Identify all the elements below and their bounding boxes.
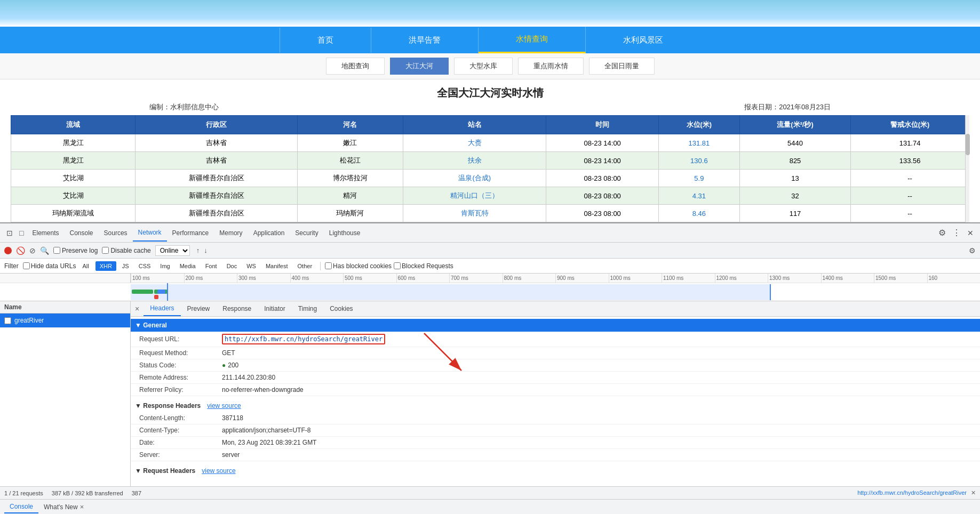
hide-data-urls-checkbox[interactable] [23,262,30,269]
cell: 08-23 08:00 [546,205,658,222]
has-blocked-label[interactable]: Has blocked cookies [325,262,392,270]
col-header-level: 水位(米) [658,116,739,134]
filter-media[interactable]: Media [176,262,200,270]
record-button[interactable] [4,247,12,254]
content-title: 全国大江大河实时水情 [0,79,980,102]
col-header-time: 时间 [546,116,658,134]
more-icon[interactable]: ⋮ [949,226,964,240]
download-icon[interactable]: ↓ [204,246,208,254]
search-icon[interactable]: 🔍 [40,246,49,255]
details-tab-preview[interactable]: Preview [181,302,217,316]
nav-item-scenic[interactable]: 水利风景区 [586,28,700,53]
filter-font[interactable]: Font [202,262,221,270]
cell-station-link[interactable]: 大赉 [403,134,546,152]
inspect-icon[interactable]: ⊡ [3,227,16,239]
view-source-link-1[interactable]: view source [207,402,241,409]
bottom-tab-console[interactable]: Console [4,501,38,513]
throttling-select[interactable]: Online [155,245,190,256]
cell-station-link[interactable]: 扶余 [403,152,546,170]
view-source-link-2[interactable]: view source [202,467,235,475]
col-header-flow: 流量(米³/秒) [739,116,850,134]
tab-memory[interactable]: Memory [214,225,248,241]
cell: -- [851,187,969,205]
preserve-log-label[interactable]: Preserve log [53,247,98,254]
filter-ws[interactable]: WS [243,262,260,270]
filter-xhr[interactable]: XHR [95,261,116,271]
hide-data-urls-label[interactable]: Hide data URLs [23,262,76,270]
request-method-label: Request Method: [139,349,222,357]
preserve-log-checkbox[interactable] [53,247,60,254]
header-row-url: Request URL: http://xxfb.mwr.cn/hydroSea… [131,332,980,347]
sub-nav-reservoir[interactable]: 大型水库 [454,58,513,75]
cell: -- [851,170,969,187]
cell-station-link[interactable]: 肯斯瓦特 [403,205,546,222]
filter-css[interactable]: CSS [135,262,155,270]
bottom-tab-whats-new[interactable]: What's New × [38,501,89,513]
clear-button[interactable]: 🚫 [16,246,25,255]
filter-img[interactable]: Img [156,262,173,270]
whats-new-label: What's New [44,503,78,511]
nav-item-home[interactable]: 首页 [280,28,371,53]
sub-nav-map[interactable]: 地图查询 [326,58,385,75]
general-section-header[interactable]: ▼ General [131,319,980,332]
sub-nav-daily[interactable]: 全国日雨量 [589,58,655,75]
tab-elements[interactable]: Elements [27,225,64,241]
nav-item-water[interactable]: 水情查询 [479,27,586,53]
tab-network[interactable]: Network [133,224,167,242]
sub-nav-rain[interactable]: 重点雨水情 [518,58,584,75]
details-tab-headers[interactable]: Headers [144,301,180,316]
sub-nav-river[interactable]: 大江大河 [390,58,449,75]
filter-js[interactable]: JS [118,262,133,270]
gear-icon[interactable]: ⚙ [935,226,949,240]
filter-manifest[interactable]: Manifest [262,262,292,270]
response-headers-section[interactable]: ▼ Response Headers view source [131,399,980,412]
ruler-tick: 1100 ms [662,274,715,283]
close-devtools-icon[interactable]: ✕ [964,227,977,239]
has-blocked-checkbox[interactable] [325,262,332,269]
device-icon[interactable]: □ [16,227,27,239]
water-table: 流域 行政区 河名 站名 时间 水位(米) 流量(米³/秒) 警戒水位(米) 黑… [11,115,969,222]
filter-label: Filter [4,262,19,270]
nav-item-flood[interactable]: 洪旱告警 [371,28,479,53]
settings-icon-right[interactable]: ⚙ [969,246,976,255]
tab-performance[interactable]: Performance [167,225,214,241]
referrer-policy-label: Referrer Policy: [139,386,222,393]
blocked-requests-label[interactable]: Blocked Requests [394,262,453,270]
close-url-btn[interactable]: ✕ [971,489,976,496]
request-headers-section[interactable]: ▼ Request Headers view source [131,464,980,477]
tab-security[interactable]: Security [290,225,323,241]
cell-level: 131.81 [658,134,739,152]
details-tab-initiator[interactable]: Initiator [258,302,291,316]
header-row-method: Request Method: GET [131,347,980,359]
filter-doc[interactable]: Doc [223,262,241,270]
disable-cache-checkbox[interactable] [102,247,109,254]
tab-application[interactable]: Application [248,225,290,241]
details-panel: × Headers Preview Response Initiator Tim… [131,301,980,486]
request-item[interactable]: greatRiver [0,314,130,328]
tab-lighthouse[interactable]: Lighthouse [324,225,366,241]
table-scrollbar[interactable] [965,115,969,222]
details-tabs-bar: × Headers Preview Response Initiator Tim… [131,301,980,317]
blocked-requests-checkbox[interactable] [394,262,401,269]
table-row: 黑龙江 吉林省 松花江 扶余 08-23 14:00 130.6 825 133… [11,152,969,170]
close-whats-new-btn[interactable]: × [80,503,84,511]
request-checkbox[interactable] [4,317,11,324]
disable-cache-label[interactable]: Disable cache [102,247,150,254]
details-tab-response[interactable]: Response [216,302,258,316]
ruler-tick: 600 ms [396,274,450,283]
tab-sources[interactable]: Sources [99,225,133,241]
filter-all[interactable]: All [78,261,93,271]
close-details-button[interactable]: × [131,302,144,316]
cell: 玛纳斯河 [297,205,403,222]
cell: 新疆维吾尔自治区 [136,205,297,222]
cell: 131.74 [851,134,969,152]
cell-station-link[interactable]: 温泉(合成) [403,170,546,187]
filter-toggle-icon[interactable]: ⊘ [29,246,36,255]
details-tab-timing[interactable]: Timing [292,302,324,316]
server-value: server [222,451,240,459]
filter-other[interactable]: Other [294,262,316,270]
cell-station-link[interactable]: 精河山口（三） [403,187,546,205]
tab-console[interactable]: Console [65,225,99,241]
details-tab-cookies[interactable]: Cookies [323,302,359,316]
upload-icon[interactable]: ↑ [196,246,200,254]
